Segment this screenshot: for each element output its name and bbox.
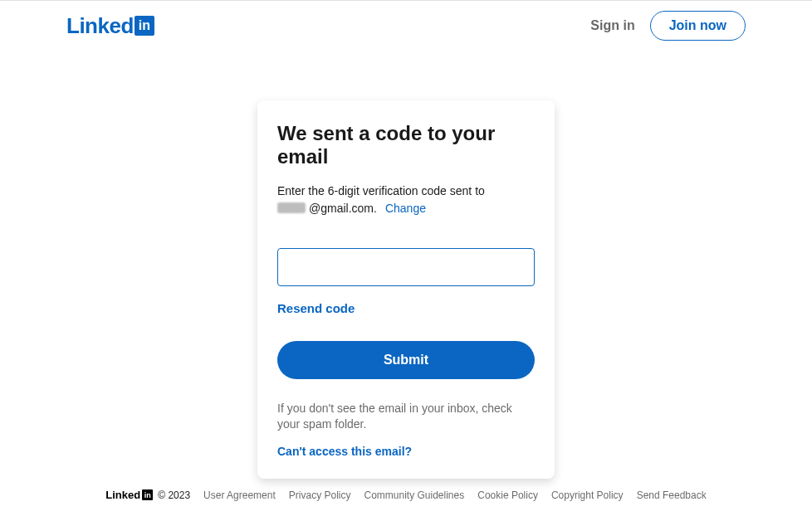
footer-logo: Linked in © 2023: [105, 489, 190, 501]
email-suffix: @gmail.com.: [309, 202, 377, 215]
user-agreement-link[interactable]: User Agreement: [203, 489, 276, 501]
copyright-text: © 2023: [158, 489, 190, 501]
header: Linked in Sign in Join now: [0, 1, 812, 51]
submit-button[interactable]: Submit: [277, 341, 535, 379]
card-description: Enter the 6-digit verification code sent…: [277, 183, 535, 200]
card-title: We sent a code to your email: [277, 122, 535, 168]
spam-folder-text: If you don't see the email in your inbox…: [277, 401, 535, 433]
verification-code-input[interactable]: [277, 248, 535, 286]
join-now-button[interactable]: Join now: [650, 11, 746, 41]
community-guidelines-link[interactable]: Community Guidelines: [364, 489, 465, 501]
cookie-policy-link[interactable]: Cookie Policy: [477, 489, 538, 501]
email-line: @gmail.com. Change: [277, 202, 535, 215]
footer-logo-in-icon: in: [142, 489, 153, 500]
linkedin-logo[interactable]: Linked in: [66, 13, 154, 39]
redacted-email-prefix: [277, 202, 306, 213]
send-feedback-link[interactable]: Send Feedback: [637, 489, 707, 501]
resend-code-link[interactable]: Resend code: [277, 301, 355, 315]
cant-access-email-link[interactable]: Can't access this email?: [277, 445, 412, 458]
logo-text: Linked: [66, 13, 134, 39]
footer-logo-text: Linked: [105, 489, 140, 501]
signin-link[interactable]: Sign in: [590, 18, 634, 33]
privacy-policy-link[interactable]: Privacy Policy: [289, 489, 351, 501]
verification-card: We sent a code to your email Enter the 6…: [257, 100, 555, 479]
logo-in-icon: in: [135, 16, 154, 36]
change-email-link[interactable]: Change: [385, 202, 426, 215]
footer: Linked in © 2023 User Agreement Privacy …: [0, 489, 812, 501]
copyright-policy-link[interactable]: Copyright Policy: [551, 489, 624, 501]
header-actions: Sign in Join now: [590, 11, 746, 41]
